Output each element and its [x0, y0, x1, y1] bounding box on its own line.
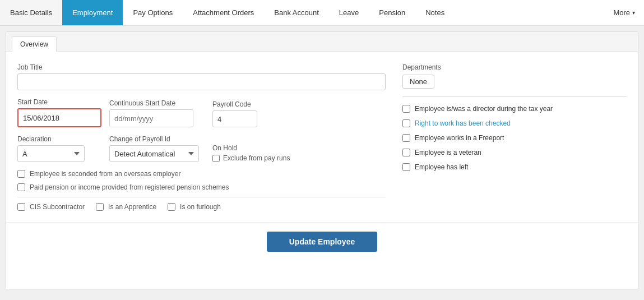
declaration-select[interactable]: A B C — [17, 145, 85, 162]
top-nav: Basic Details Employment Pay Options Att… — [0, 0, 644, 26]
continuous-date-wrapper — [109, 109, 193, 127]
employee-left-row: Employee has left — [402, 163, 627, 171]
start-date-label: Start Date — [17, 98, 101, 106]
veteran-checkbox[interactable] — [402, 149, 410, 156]
freeport-label: Employee works in a Freeport — [415, 134, 504, 142]
freeport-checkbox[interactable] — [402, 134, 410, 142]
right-divider — [402, 96, 627, 97]
paid-pension-label: Paid pension or income provided from reg… — [30, 183, 229, 191]
change-payroll-select[interactable]: Detect Automatical — [109, 145, 199, 162]
start-date-input[interactable] — [18, 109, 101, 126]
action-bar: Update Employee — [6, 222, 638, 261]
payroll-code-label: Payroll Code — [212, 100, 386, 108]
form-area: Job Title Start Date — [6, 52, 638, 216]
tab-employment[interactable]: Employment — [62, 0, 123, 25]
seconded-checkbox[interactable] — [17, 170, 25, 178]
furlough-label: Is on furlough — [180, 203, 221, 211]
start-date-field: Start Date — [17, 98, 101, 127]
divider — [17, 197, 386, 197]
job-title-input[interactable] — [17, 73, 386, 90]
start-date-wrapper — [17, 108, 101, 127]
declaration-field: Declaration A B C — [17, 135, 101, 162]
payroll-code-field: Payroll Code — [212, 100, 386, 127]
more-menu[interactable]: More ▾ — [604, 0, 644, 25]
cis-label: CIS Subcontractor — [30, 203, 85, 211]
tab-pension[interactable]: Pension — [369, 0, 415, 25]
right-to-work-row[interactable]: Right to work has been checked — [402, 119, 627, 127]
furlough-checkbox[interactable] — [168, 203, 175, 211]
declaration-row: Declaration A B C Change of Payroll Id D… — [17, 135, 386, 162]
update-employee-button[interactable]: Update Employee — [267, 232, 377, 252]
veteran-label: Employee is a veteran — [415, 149, 481, 156]
director-row: Employee is/was a director during the ta… — [402, 105, 627, 113]
page-wrapper: Basic Details Employment Pay Options Att… — [0, 0, 644, 300]
subtab-overview[interactable]: Overview — [12, 36, 57, 52]
bottom-checkboxes: CIS Subcontractor Is an Apprentice Is on… — [17, 203, 386, 211]
freeport-row: Employee works in a Freeport — [402, 134, 627, 142]
right-to-work-label: Right to work has been checked — [415, 119, 511, 127]
cis-checkbox[interactable] — [17, 203, 25, 211]
form-left: Job Title Start Date — [17, 63, 386, 211]
main-content: Overview Job Title Start Date — [6, 31, 638, 289]
furlough-row: Is on furlough — [168, 203, 221, 211]
declaration-label: Declaration — [17, 135, 101, 143]
none-button[interactable]: None — [402, 75, 434, 89]
change-payroll-label: Change of Payroll Id — [109, 135, 205, 143]
seconded-row: Employee is seconded from an overseas em… — [17, 170, 386, 178]
apprentice-label: Is an Apprentice — [108, 203, 156, 211]
job-title-label: Job Title — [17, 63, 386, 71]
tab-notes[interactable]: Notes — [415, 0, 455, 25]
employee-left-label: Employee has left — [415, 163, 468, 171]
exclude-pay-label: Exclude from pay runs — [223, 154, 290, 162]
on-hold-field: On Hold Exclude from pay runs — [212, 144, 386, 162]
on-hold-row: Exclude from pay runs — [212, 154, 386, 162]
on-hold-label: On Hold — [212, 144, 386, 152]
tab-leave[interactable]: Leave — [329, 0, 369, 25]
on-hold-checkbox[interactable] — [212, 155, 220, 162]
tab-basic-details[interactable]: Basic Details — [0, 0, 62, 25]
tab-attachment-orders[interactable]: Attachment Orders — [183, 0, 264, 25]
tab-bank-account[interactable]: Bank Account — [264, 0, 329, 25]
change-payroll-field: Change of Payroll Id Detect Automatical — [109, 135, 205, 162]
director-label: Employee is/was a director during the ta… — [415, 105, 553, 113]
cis-row: CIS Subcontractor — [17, 203, 85, 211]
paid-pension-row: Paid pension or income provided from reg… — [17, 183, 386, 191]
continuous-start-date-input[interactable] — [110, 110, 193, 127]
payroll-code-input[interactable] — [212, 110, 257, 127]
job-title-field: Job Title — [17, 63, 386, 90]
form-right: Departments None Employee is/was a direc… — [402, 63, 627, 211]
tab-pay-options[interactable]: Pay Options — [123, 0, 183, 25]
dates-row: Start Date — [17, 98, 386, 127]
seconded-label: Employee is seconded from an overseas em… — [30, 170, 180, 178]
veteran-row: Employee is a veteran — [402, 149, 627, 156]
apprentice-row: Is an Apprentice — [96, 203, 156, 211]
right-checkboxes: Employee is/was a director during the ta… — [402, 105, 627, 171]
apprentice-checkbox[interactable] — [96, 203, 104, 211]
continuous-start-date-field: Continuous Start Date — [109, 99, 205, 127]
continuous-start-date-label: Continuous Start Date — [109, 99, 205, 107]
right-to-work-checkbox[interactable] — [402, 119, 410, 127]
director-checkbox[interactable] — [402, 105, 410, 113]
sub-tabs-bar: Overview — [6, 32, 638, 52]
chevron-down-icon: ▾ — [632, 10, 635, 16]
departments-label: Departments — [402, 63, 627, 71]
paid-pension-checkbox[interactable] — [17, 183, 25, 191]
employee-left-checkbox[interactable] — [402, 163, 410, 171]
